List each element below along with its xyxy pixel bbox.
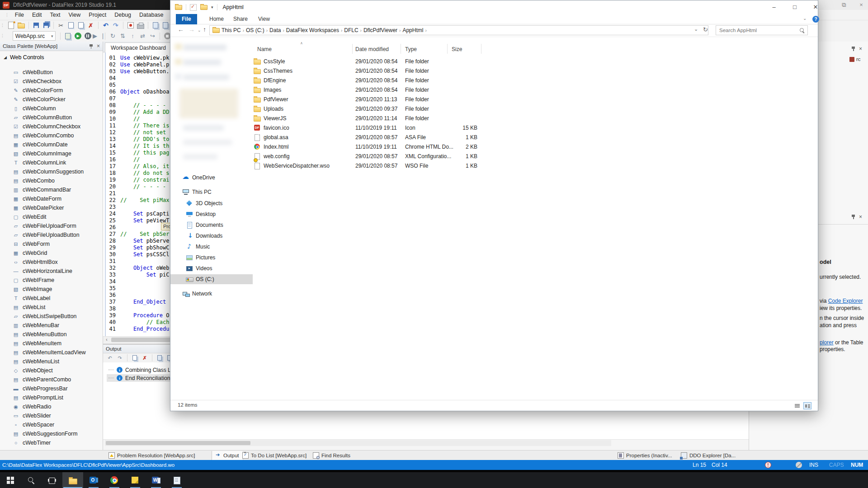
nav-item-os-c-[interactable]: OS (C:)	[170, 274, 253, 284]
open-folder-icon[interactable]	[17, 21, 26, 29]
delete-icon[interactable]: ✗	[86, 21, 95, 29]
palette-item-cWebMenuButton[interactable]: ▤cWebMenuButton	[0, 330, 103, 339]
studio-restore-button[interactable]: ⧉	[838, 1, 850, 9]
file-row-favicon.ico[interactable]: favicon.ico11/10/2019 19:11Icon15 KB	[253, 123, 651, 133]
column-header-type[interactable]: Type	[405, 45, 417, 54]
print-icon[interactable]	[136, 21, 145, 29]
address-bar[interactable]: This PC›OS (C:)›Data›DataFlex Workspaces…	[209, 25, 708, 35]
studio-close-button[interactable]: ×	[855, 1, 867, 9]
copy-icon[interactable]	[66, 21, 75, 29]
dock-tab-find[interactable]: Find Results	[309, 451, 354, 460]
menu-database[interactable]: Database	[135, 12, 168, 18]
palette-item-cWebMenuItem[interactable]: ▤cWebMenuItem	[0, 339, 103, 348]
search-input[interactable]: Search AppHtml	[716, 25, 808, 35]
palette-item-cWebButton[interactable]: ▭cWebButton	[0, 68, 103, 77]
breadcrumb-segment[interactable]: DataFlex Workspaces	[286, 27, 339, 33]
palette-item-cWebDatePicker[interactable]: ▦cWebDatePicker	[0, 203, 103, 212]
menu-text[interactable]: Text	[46, 12, 64, 18]
output-hscrollbar[interactable]	[105, 440, 611, 446]
palette-item-cWebColorPicker[interactable]: ✎cWebColorPicker	[0, 95, 103, 104]
project-selector[interactable]: WebApp.src▾	[13, 31, 56, 41]
next-message-icon[interactable]: ↷	[115, 354, 124, 362]
breadcrumb-segment[interactable]: OS (C:)	[246, 27, 264, 33]
file-row-WebServiceDispatcher.wso[interactable]: WebServiceDispatcher.wso29/01/2020 08:57…	[253, 161, 651, 171]
file-row-CssStyle[interactable]: CssStyle29/01/2020 08:54File folder	[253, 57, 651, 66]
palette-group-web-controls[interactable]: ◢ Web Controls	[4, 54, 44, 61]
breadcrumb-segment[interactable]: Data	[269, 27, 281, 33]
nav-item-pictures[interactable]: Pictures	[170, 253, 253, 263]
palette-item-cWebDateForm[interactable]: ▦cWebDateForm	[0, 194, 103, 203]
ribbon-tab-home[interactable]: Home	[203, 14, 230, 24]
quick-access-newfolder-icon[interactable]	[200, 5, 208, 10]
palette-item-cWebProgressBar[interactable]: ▬cWebProgressBar	[0, 384, 103, 393]
palette-item-cWebIFrame[interactable]: ▢cWebIFrame	[0, 276, 103, 285]
palette-item-cWebSuggestionForm[interactable]: ▤cWebSuggestionForm	[0, 429, 103, 438]
nav-item-onedrive[interactable]: OneDrive	[170, 173, 253, 183]
explorer-minimize-button[interactable]: –	[766, 0, 782, 14]
forward-icon[interactable]: →	[189, 26, 195, 33]
recent-locations-icon[interactable]: ⌄	[198, 28, 201, 33]
undo-icon[interactable]: ↶	[101, 21, 110, 29]
prev-message-icon[interactable]: ↶	[105, 354, 114, 362]
save-all-icon[interactable]	[42, 21, 51, 29]
palette-item-cWebForm[interactable]: ⊟cWebForm	[0, 239, 103, 249]
dock-tab-properties[interactable]: Properties (Inactiv...	[614, 451, 675, 460]
debug-pause-icon[interactable]	[83, 32, 92, 40]
nav-item-videos[interactable]: Videos	[170, 263, 253, 273]
file-row-CssThemes[interactable]: CssThemes29/01/2020 08:54File folder	[253, 66, 651, 76]
palette-item-cWebColumnCombo[interactable]: ▤cWebColumnCombo	[0, 131, 103, 140]
file-row-ViewerJS[interactable]: ViewerJS29/01/2020 11:14File folder	[253, 114, 651, 123]
menu-edit[interactable]: Edit	[28, 12, 46, 18]
palette-item-cWebListSwipeButton[interactable]: ▱cWebListSwipeButton	[0, 312, 103, 321]
step-up-icon[interactable]: ↑	[128, 32, 137, 40]
ribbon-collapse-icon[interactable]: ⌄	[803, 16, 807, 21]
taskbar-start-button[interactable]	[0, 472, 21, 488]
ribbon-tab-file[interactable]: File	[176, 14, 197, 24]
quick-access-dropdown-icon[interactable]: ▾	[211, 5, 213, 9]
breadcrumb-segment[interactable]: AppHtml	[402, 27, 423, 33]
help-link[interactable]: Code Explorer	[828, 298, 863, 304]
taskbar-search-icon[interactable]	[21, 472, 42, 488]
explorer-maximize-button[interactable]: □	[787, 0, 802, 14]
nav-item-documents[interactable]: Documents	[170, 220, 253, 230]
palette-item-cWebSpacer[interactable]: ▫cWebSpacer	[0, 420, 103, 429]
breadcrumb-segment[interactable]: DflcPdfViewer	[363, 27, 397, 33]
palette-item-cWebHorizontalLine[interactable]: —cWebHorizontalLine	[0, 267, 103, 276]
jump-icon[interactable]: ↪	[148, 32, 157, 40]
refresh-icon[interactable]: ↻	[703, 26, 708, 33]
record-macro-icon[interactable]	[126, 21, 135, 29]
run-icon[interactable]: ▶	[73, 32, 82, 40]
compile-icon[interactable]	[63, 32, 72, 40]
pin-icon[interactable]	[851, 214, 855, 219]
ribbon-tab-share[interactable]: Share	[227, 14, 254, 24]
ribbon-tab-view[interactable]: View	[252, 14, 276, 24]
file-row-global.asa[interactable]: global.asa29/01/2020 08:57ASA File1 KB	[253, 133, 651, 142]
save-icon[interactable]	[32, 21, 41, 29]
nav-item-network[interactable]: Network	[170, 289, 253, 299]
column-header-name[interactable]: Name	[257, 45, 272, 54]
menu-project[interactable]: Project	[85, 12, 110, 18]
step-over-icon[interactable]: ▶⎹	[93, 32, 102, 40]
up-icon[interactable]: ↑	[203, 26, 206, 33]
close-panel-icon[interactable]: ×	[859, 215, 862, 219]
palette-item-cWebColumnImage[interactable]: ▧cWebColumnImage	[0, 149, 103, 158]
large-icons-view-icon[interactable]	[803, 402, 811, 409]
palette-item-cWebTimer[interactable]: ○cWebTimer	[0, 438, 103, 447]
column-header-size[interactable]: Size	[452, 45, 462, 54]
new-file-icon[interactable]	[7, 21, 16, 29]
expand-all-icon[interactable]	[155, 354, 164, 362]
palette-item-cWebMenuItemLoadView[interactable]: ▤cWebMenuItemLoadView	[0, 348, 103, 357]
scroll-left-icon[interactable]: ‹	[103, 337, 110, 343]
palette-item-cWebColumnButton[interactable]: ▱cWebColumnButton	[0, 113, 103, 122]
palette-item-cWebImage[interactable]: ▧cWebImage	[0, 285, 103, 294]
palette-item-cWebMenuBar[interactable]: ▥cWebMenuBar	[0, 321, 103, 330]
dock-tab-problem[interactable]: Problem Resolution [WebApp.src]	[105, 451, 198, 460]
cut-icon[interactable]: ✂	[57, 21, 66, 29]
help-link[interactable]: plorer	[820, 339, 834, 346]
clear-output-icon[interactable]: ✗	[140, 354, 149, 362]
refresh-icon[interactable]: ↻	[108, 32, 117, 40]
palette-item-cWebEdit[interactable]: ▢cWebEdit	[0, 212, 103, 221]
file-row-DfEngine[interactable]: DfEngine29/01/2020 08:54File folder	[253, 76, 651, 85]
file-row-PdfViewer[interactable]: PdfViewer29/01/2020 11:13File folder	[253, 95, 651, 104]
nav-item-this-pc[interactable]: This PC	[170, 187, 253, 197]
